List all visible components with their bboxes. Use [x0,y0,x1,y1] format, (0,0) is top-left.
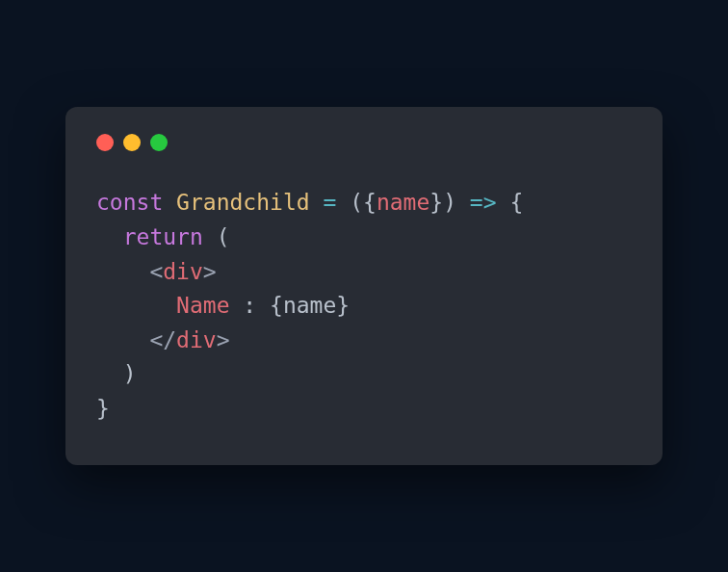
brace: { [509,190,523,215]
maximize-icon[interactable] [150,134,168,151]
jsx-tag: div [176,327,217,352]
keyword-return: return [123,224,203,249]
close-icon[interactable] [96,134,114,151]
angle-bracket: </ [149,327,176,352]
arrow-operator: => [470,190,497,215]
paren: ( [350,190,363,215]
jsx-tag: div [163,259,203,284]
brace: { [270,293,283,318]
brace: { [363,190,377,215]
paren: ) [443,190,456,215]
function-name: Grandchild [176,190,309,215]
brace: } [336,293,350,318]
traffic-lights [96,134,632,151]
keyword-const: const [96,190,163,215]
brace: } [96,396,110,421]
paren: ) [123,361,137,386]
angle-bracket: > [217,327,230,352]
jsx-expression: name [283,293,336,318]
code-window: const Grandchild = ({name}) => { return … [65,107,663,464]
equals-operator: = [323,190,336,215]
param-name: name [377,190,429,215]
brace: } [429,190,443,215]
code-block: const Grandchild = ({name}) => { return … [96,186,632,426]
colon: : [243,293,256,318]
minimize-icon[interactable] [123,134,141,151]
angle-bracket: > [203,259,217,284]
angle-bracket: < [149,259,163,284]
paren: ( [217,224,230,249]
jsx-text: Name [176,293,229,318]
